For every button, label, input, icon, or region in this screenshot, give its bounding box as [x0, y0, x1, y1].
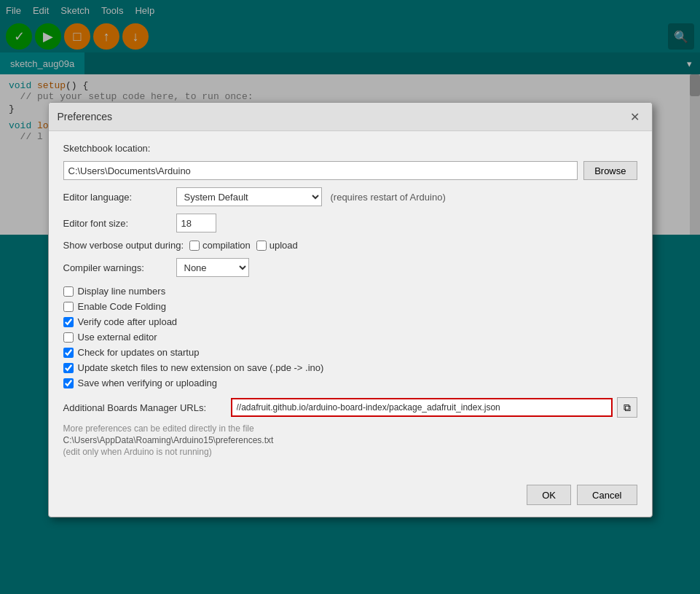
- dialog-body: Sketchbook location: Browse Editor langu…: [49, 131, 652, 479]
- upload-checkbox-label[interactable]: upload: [256, 240, 298, 251]
- sketchbook-input[interactable]: [63, 161, 578, 180]
- sketchbook-label: Sketchbook location:: [63, 143, 176, 154]
- option-row-4: Check for updates on startup: [63, 347, 637, 358]
- font-size-row: Editor font size:: [63, 214, 637, 232]
- cancel-button[interactable]: Cancel: [577, 485, 637, 505]
- option-label-2: Verify code after upload: [78, 316, 178, 327]
- close-button[interactable]: ✕: [627, 109, 643, 125]
- verbose-label: Show verbose output during:: [63, 240, 184, 251]
- option-label-0: Display line numbers: [78, 286, 166, 297]
- warnings-row: Compiler warnings: None: [63, 258, 637, 277]
- option-label-3: Use external editor: [78, 332, 157, 343]
- font-size-label: Editor font size:: [63, 218, 176, 229]
- preferences-dialog: Preferences ✕ Sketchbook location: Brows…: [48, 102, 653, 517]
- dialog-overlay: Preferences ✕ Sketchbook location: Brows…: [0, 0, 700, 594]
- url-input[interactable]: [231, 398, 613, 417]
- sketchbook-input-row: Browse: [63, 161, 637, 180]
- url-row: Additional Boards Manager URLs: ⧉: [63, 397, 637, 418]
- url-edit-button[interactable]: ⧉: [617, 397, 637, 418]
- option-label-4: Check for updates on startup: [78, 347, 200, 358]
- option-checkbox-3[interactable]: [63, 332, 74, 343]
- compilation-checkbox-label[interactable]: compilation: [189, 240, 251, 251]
- option-row-3: Use external editor: [63, 332, 637, 343]
- language-label: Editor language:: [63, 192, 176, 203]
- language-select[interactable]: System Default: [176, 187, 322, 206]
- option-label-6: Save when verifying or uploading: [78, 378, 218, 388]
- upload-label: upload: [270, 240, 298, 251]
- restart-note: (requires restart of Arduino): [331, 192, 446, 203]
- warnings-select[interactable]: None: [176, 258, 249, 277]
- verbose-row: Show verbose output during: compilation …: [63, 240, 637, 251]
- compilation-checkbox[interactable]: [189, 241, 200, 251]
- option-checkbox-2[interactable]: [63, 317, 74, 327]
- option-row-1: Enable Code Folding: [63, 301, 637, 312]
- option-checkbox-0[interactable]: [63, 286, 74, 297]
- option-checkbox-4[interactable]: [63, 348, 74, 358]
- compilation-label: compilation: [202, 240, 251, 251]
- footer-warning: (edit only when Arduino is not running): [63, 447, 637, 457]
- option-checkbox-6[interactable]: [63, 378, 74, 388]
- option-checkbox-5[interactable]: [63, 363, 74, 373]
- url-label: Additional Boards Manager URLs:: [63, 402, 231, 413]
- option-row-2: Verify code after upload: [63, 316, 637, 327]
- footer-note: More preferences can be edited directly …: [63, 423, 637, 434]
- footer-path: C:\Users\AppData\Roaming\Arduino15\prefe…: [63, 435, 637, 445]
- font-size-input[interactable]: [176, 214, 216, 232]
- dialog-title-bar: Preferences ✕: [49, 103, 652, 131]
- language-row: Editor language: System Default (require…: [63, 187, 637, 206]
- dialog-buttons: OK Cancel: [49, 479, 652, 517]
- option-label-1: Enable Code Folding: [78, 301, 166, 312]
- dialog-title: Preferences: [58, 111, 112, 122]
- option-row-0: Display line numbers: [63, 286, 637, 297]
- sketchbook-row: Sketchbook location:: [63, 143, 637, 154]
- warnings-label: Compiler warnings:: [63, 262, 176, 273]
- option-checkbox-1[interactable]: [63, 302, 74, 312]
- option-label-5: Update sketch files to new extension on …: [78, 362, 324, 373]
- upload-checkbox[interactable]: [256, 241, 267, 251]
- ok-button[interactable]: OK: [527, 485, 571, 505]
- option-row-6: Save when verifying or uploading: [63, 378, 637, 388]
- browse-button[interactable]: Browse: [583, 161, 637, 180]
- option-row-5: Update sketch files to new extension on …: [63, 362, 637, 373]
